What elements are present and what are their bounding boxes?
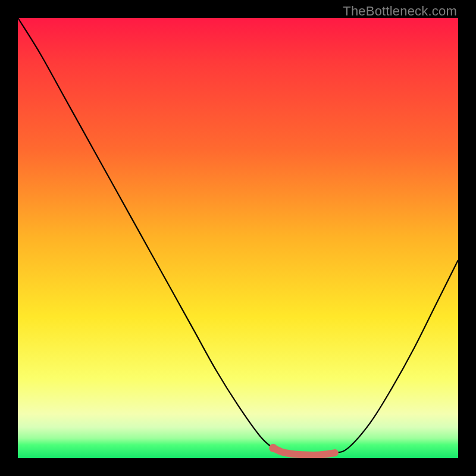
attribution-watermark: TheBottleneck.com bbox=[343, 4, 457, 19]
chart-frame: TheBottleneck.com bbox=[0, 0, 476, 476]
plot-gradient-background bbox=[18, 18, 458, 458]
